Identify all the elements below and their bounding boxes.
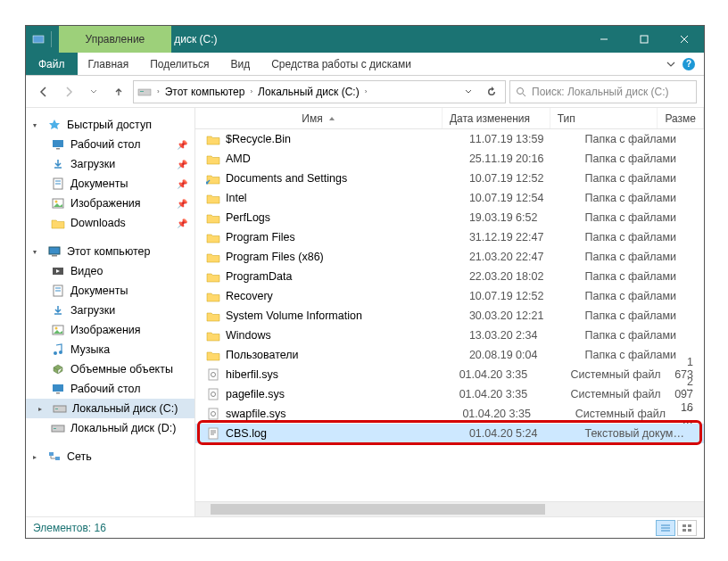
file-date: 11.07.19 13:59 xyxy=(462,133,578,145)
file-row[interactable]: CBS.log01.04.20 5:24Текстовый докум… xyxy=(195,424,704,443)
folder-icon xyxy=(206,250,220,264)
svg-rect-29 xyxy=(53,384,63,392)
scroll-thumb[interactable] xyxy=(211,504,545,515)
file-row[interactable]: hiberfil.sys01.04.20 3:35Системный файл1… xyxy=(195,365,704,384)
downloads-icon xyxy=(51,303,65,318)
file-name: ProgramData xyxy=(226,270,292,283)
file-date: 10.07.19 12:54 xyxy=(462,192,578,204)
desktop-icon xyxy=(51,137,65,152)
file-tab[interactable]: Файл xyxy=(26,53,78,75)
expand-icon[interactable]: ▾ xyxy=(33,121,42,129)
sidebar-item[interactable]: Музыка xyxy=(26,340,194,359)
file-date: 21.03.20 22:47 xyxy=(462,251,578,263)
file-rows[interactable]: $Recycle.Bin11.07.19 13:59Папка с файлам… xyxy=(195,129,704,501)
folder-icon xyxy=(206,132,220,146)
back-button[interactable] xyxy=(33,81,54,103)
drive-icon xyxy=(53,401,67,416)
ribbon-tab-share[interactable]: Поделиться xyxy=(139,53,219,75)
chevron-right-icon[interactable]: › xyxy=(155,87,161,95)
file-row[interactable]: PerfLogs19.03.19 6:52Папка с файлами xyxy=(195,208,704,227)
sidebar-item[interactable]: Локальный диск (D:) xyxy=(26,418,194,438)
sidebar-item-label: Документы xyxy=(70,285,128,297)
sidebar-item[interactable]: Объемные объекты xyxy=(26,359,194,379)
sidebar-network[interactable]: ▸ Сеть xyxy=(26,447,194,466)
address-bar[interactable]: › Этот компьютер › Локальный диск (C:) › xyxy=(133,80,506,103)
sidebar-this-pc[interactable]: ▾ Этот компьютер xyxy=(26,242,194,261)
file-row[interactable]: $Recycle.Bin11.07.19 13:59Папка с файлам… xyxy=(195,129,704,149)
ribbon-tab-home[interactable]: Главная xyxy=(78,53,140,75)
file-row[interactable]: pagefile.sys01.04.20 3:35Системный файл2… xyxy=(195,384,704,404)
file-type: Папка с файлами xyxy=(577,172,693,185)
expand-icon[interactable]: ▸ xyxy=(33,453,42,461)
ribbon-tab-view[interactable]: Вид xyxy=(219,53,261,75)
file-row[interactable]: Documents and Settings10.07.19 12:52Папк… xyxy=(195,169,704,188)
context-tab-manage[interactable]: Управление xyxy=(59,26,172,53)
svg-rect-10 xyxy=(53,140,63,147)
expand-icon[interactable]: ▸ xyxy=(38,405,47,413)
file-row[interactable]: Program Files (x86)21.03.20 22:47Папка с… xyxy=(195,247,704,267)
file-row[interactable]: Intel10.07.19 12:54Папка с файлами xyxy=(195,188,704,208)
breadcrumb-this-pc[interactable]: Этот компьютер xyxy=(165,86,245,98)
forward-button[interactable] xyxy=(58,81,79,103)
folder-icon xyxy=(206,152,220,166)
column-name[interactable]: Имя xyxy=(195,108,443,128)
close-button[interactable] xyxy=(664,26,704,53)
file-type: Папка с файлами xyxy=(577,309,693,322)
svg-rect-51 xyxy=(682,524,686,527)
recent-dropdown[interactable] xyxy=(83,81,104,103)
sidebar-item-label: Локальный диск (C:) xyxy=(72,402,178,415)
icons-view-button[interactable] xyxy=(677,520,697,536)
column-type[interactable]: Тип xyxy=(550,108,658,128)
minimize-button[interactable] xyxy=(583,26,624,53)
refresh-button[interactable] xyxy=(482,87,501,97)
file-row[interactable]: swapfile.sys01.04.20 3:35Системный файл1… xyxy=(195,404,704,424)
ribbon-expand-icon[interactable] xyxy=(666,60,675,69)
up-button[interactable] xyxy=(108,81,129,103)
details-view-button[interactable] xyxy=(656,520,675,536)
sidebar-item[interactable]: Документы xyxy=(26,281,194,301)
file-name: CBS.log xyxy=(226,427,267,440)
sidebar-quick-access[interactable]: ▾ Быстрый доступ xyxy=(26,115,194,135)
file-row[interactable]: Recovery10.07.19 12:52Папка с файлами xyxy=(195,286,704,306)
sidebar-item[interactable]: Документы📌 xyxy=(26,174,194,194)
file-row[interactable]: Пользователи20.08.19 0:04Папка с файлами xyxy=(195,345,704,365)
pictures-icon xyxy=(51,323,65,337)
breadcrumb-drive-c[interactable]: Локальный диск (C:) xyxy=(258,86,360,98)
help-icon[interactable]: ? xyxy=(682,58,695,70)
horizontal-scrollbar[interactable] xyxy=(195,501,704,516)
file-row[interactable]: AMD25.11.19 20:16Папка с файлами xyxy=(195,149,704,169)
sidebar-item[interactable]: Downloads📌 xyxy=(26,213,194,233)
svg-line-9 xyxy=(523,94,525,96)
sidebar-item[interactable]: Рабочий стол📌 xyxy=(26,135,194,154)
sidebar-item[interactable]: Загрузки📌 xyxy=(26,154,194,174)
expand-icon[interactable]: ▾ xyxy=(33,248,42,256)
sidebar-item[interactable]: Загрузки xyxy=(26,301,194,320)
sidebar-item[interactable]: Изображения xyxy=(26,320,194,340)
svg-rect-44 xyxy=(209,428,218,439)
sidebar-item[interactable]: Рабочий стол xyxy=(26,379,194,399)
maximize-button[interactable] xyxy=(624,26,664,53)
search-input[interactable]: Поиск: Локальный диск (C:) xyxy=(509,80,697,103)
navigation-pane[interactable]: ▾ Быстрый доступ Рабочий стол📌Загрузки📌Д… xyxy=(26,108,195,516)
svg-point-17 xyxy=(55,201,58,203)
sidebar-item[interactable]: ▸Локальный диск (C:) xyxy=(26,399,194,418)
ribbon-tabs: Файл Главная Поделиться Вид Средства раб… xyxy=(26,53,704,76)
chevron-right-icon[interactable]: › xyxy=(363,87,369,95)
pin-icon: 📌 xyxy=(177,140,187,150)
app-icon xyxy=(31,32,46,46)
address-dropdown[interactable] xyxy=(459,88,478,95)
chevron-right-icon[interactable]: › xyxy=(248,87,254,95)
folder-icon xyxy=(206,289,220,303)
sidebar-item[interactable]: Видео xyxy=(26,261,194,281)
file-name: pagefile.sys xyxy=(226,388,285,400)
file-row[interactable]: ProgramData22.03.20 18:02Папка с файлами xyxy=(195,267,704,286)
file-row[interactable]: Program Files31.12.19 22:47Папка с файла… xyxy=(195,227,704,247)
ribbon-tab-drivetools[interactable]: Средства работы с дисками xyxy=(261,53,422,75)
folder-icon xyxy=(206,328,220,342)
column-date[interactable]: Дата изменения xyxy=(443,108,550,128)
file-row[interactable]: System Volume Information30.03.20 12:21П… xyxy=(195,306,704,326)
sidebar-item[interactable]: Изображения📌 xyxy=(26,194,194,213)
file-row[interactable]: Windows13.03.20 2:34Папка с файлами xyxy=(195,326,704,345)
star-icon xyxy=(47,118,62,132)
column-size[interactable]: Разме xyxy=(658,108,704,128)
